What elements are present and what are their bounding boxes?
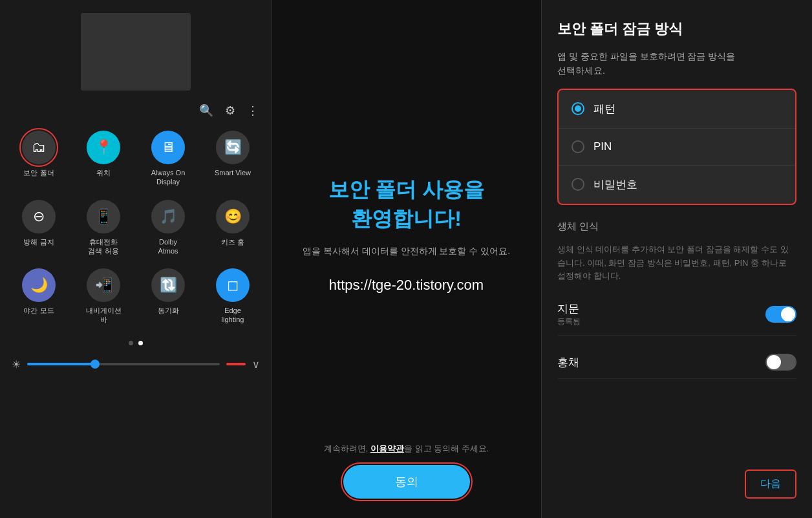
- lock-type-title: 보안 폴더 잠금 방식: [557, 19, 796, 39]
- terms-link[interactable]: 이용약관: [370, 444, 404, 453]
- quick-item-dnd[interactable]: ⊖ 방해 금지: [10, 200, 68, 256]
- terms-text: 계속하려면, 이용약관을 읽고 동의해 주세요.: [324, 443, 489, 455]
- lock-option-password[interactable]: 비밀번호: [559, 166, 795, 204]
- iris-title: 홍채: [557, 355, 579, 370]
- brightness-bar[interactable]: [27, 363, 220, 365]
- always-on-icon: 🖥: [151, 131, 185, 164]
- secure-folder-label: 보안 폴더: [23, 168, 54, 177]
- panel-divider: [271, 0, 272, 518]
- quick-item-dolby[interactable]: 🎵 DolbyAtmos: [139, 200, 197, 256]
- quick-item-mobile-search[interactable]: 📱 휴대전화검색 허용: [74, 200, 133, 256]
- panel3-bottom: 다음: [557, 469, 796, 499]
- welcome-bottom: 계속하려면, 이용약관을 읽고 동의해 주세요. 동의: [291, 443, 522, 499]
- biometric-desc: 생체 인식 데이터를 추가하여 보안 폴더 잠금을 해제할 수도 있습니다. 이…: [557, 243, 796, 283]
- search-icon[interactable]: 🔍: [199, 103, 213, 118]
- kids-label: 키즈 홈: [221, 237, 244, 246]
- fingerprint-title: 지문: [557, 301, 581, 316]
- quick-item-sync[interactable]: 🔃 동기화: [139, 268, 197, 325]
- bio-row-iris: 홍채: [557, 346, 796, 379]
- lock-option-pin[interactable]: PIN: [559, 129, 795, 166]
- mobile-search-label: 휴대전화검색 허용: [88, 237, 118, 256]
- url-watermark: https://tge-20.tistory.com: [329, 277, 484, 294]
- secure-folder-icon: 🗂: [22, 131, 56, 164]
- quick-item-edge[interactable]: ◻ Edgelighting: [204, 268, 262, 325]
- page-dots: [0, 341, 272, 345]
- panel-quick-settings: 🔍 ⚙ ⋮ 🗂 보안 폴더 📍 위치 🖥 Always OnDisplay 🔄 …: [0, 0, 272, 518]
- dot-1: [129, 341, 133, 345]
- location-icon: 📍: [87, 131, 120, 164]
- panel-secure-folder-welcome: 보안 폴더 사용을환영합니다! 앱을 복사해서 데이터를 안전하게 보호할 수 …: [272, 0, 542, 518]
- navigation-icon: 📲: [87, 268, 120, 302]
- lock-pattern-label: 패턴: [593, 102, 615, 116]
- quick-item-secure-folder[interactable]: 🗂 보안 폴더: [10, 131, 68, 187]
- iris-info: 홍채: [557, 355, 579, 370]
- iris-toggle[interactable]: [765, 354, 796, 371]
- lock-options-list: 패턴 PIN 비밀번호: [557, 89, 796, 205]
- location-label: 위치: [96, 168, 111, 177]
- chevron-down-icon[interactable]: ∨: [252, 358, 260, 371]
- welcome-title: 보안 폴더 사용을환영합니다!: [328, 175, 485, 233]
- top-thumbnail: [81, 13, 191, 91]
- quick-item-kids[interactable]: 😊 키즈 홈: [204, 200, 262, 256]
- panel-lock-type: 보안 폴더 잠금 방식 앱 및 중요한 파일을 보호하려면 잠금 방식을선택하세…: [542, 0, 812, 518]
- dnd-icon: ⊖: [22, 200, 56, 233]
- brightness-thumb[interactable]: [91, 360, 100, 369]
- dot-2: [138, 341, 143, 345]
- edge-lighting-icon: ◻: [216, 268, 250, 302]
- top-icon-row: 🔍 ⚙ ⋮: [0, 97, 272, 124]
- mobile-search-icon: 📱: [87, 200, 120, 233]
- dolby-icon: 🎵: [151, 200, 185, 233]
- next-button[interactable]: 다음: [745, 469, 796, 499]
- edge-label: Edgelighting: [222, 306, 244, 325]
- lock-password-label: 비밀번호: [593, 177, 637, 192]
- welcome-content: 보안 폴더 사용을환영합니다! 앱을 복사해서 데이터를 안전하게 보호할 수 …: [303, 26, 510, 443]
- fingerprint-sub: 등록됨: [557, 316, 581, 327]
- agree-button[interactable]: 동의: [343, 465, 470, 499]
- dnd-label: 방해 금지: [23, 237, 54, 246]
- fingerprint-toggle-thumb: [781, 307, 795, 321]
- radio-password: [572, 178, 584, 191]
- quick-item-night[interactable]: 🌙 야간 모드: [10, 268, 68, 325]
- always-on-label: Always OnDisplay: [151, 168, 186, 187]
- kids-icon: 😊: [216, 200, 250, 233]
- radio-pin: [572, 140, 584, 153]
- terms-suffix: 을 읽고 동의해 주세요.: [404, 444, 489, 453]
- radio-pattern: [572, 102, 584, 115]
- brightness-min-icon: ☀: [12, 358, 21, 371]
- welcome-subtitle: 앱을 복사해서 데이터를 안전하게 보호할 수 있어요.: [303, 246, 510, 257]
- night-mode-icon: 🌙: [22, 268, 56, 302]
- quick-item-smart-view[interactable]: 🔄 Smart View: [204, 131, 262, 187]
- smart-view-icon: 🔄: [216, 131, 250, 164]
- settings-icon[interactable]: ⚙: [225, 103, 235, 118]
- dolby-label: DolbyAtmos: [158, 237, 178, 256]
- sync-label: 동기화: [158, 306, 179, 315]
- quick-settings-grid: 🗂 보안 폴더 📍 위치 🖥 Always OnDisplay 🔄 Smart …: [0, 124, 272, 331]
- nav-label: 내비게이션바: [86, 306, 122, 325]
- quick-item-nav[interactable]: 📲 내비게이션바: [74, 268, 133, 325]
- brightness-fill: [27, 363, 94, 365]
- biometric-section-title: 생체 인식: [557, 221, 796, 233]
- lock-option-pattern[interactable]: 패턴: [559, 90, 795, 129]
- iris-toggle-thumb: [767, 355, 781, 369]
- bio-row-fingerprint: 지문 등록됨: [557, 294, 796, 336]
- brightness-control[interactable]: ☀ ∨: [0, 351, 272, 378]
- sync-icon: 🔃: [151, 268, 185, 302]
- fingerprint-toggle[interactable]: [765, 306, 796, 323]
- quick-item-location[interactable]: 📍 위치: [74, 131, 133, 187]
- radio-pattern-inner: [575, 105, 581, 112]
- smart-view-label: Smart View: [215, 168, 251, 177]
- brightness-end-indicator: [226, 363, 246, 365]
- fingerprint-info: 지문 등록됨: [557, 301, 581, 327]
- lock-pin-label: PIN: [593, 140, 612, 153]
- quick-item-always-on[interactable]: 🖥 Always OnDisplay: [139, 131, 197, 187]
- night-label: 야간 모드: [23, 306, 54, 315]
- more-icon[interactable]: ⋮: [247, 103, 259, 118]
- terms-prefix: 계속하려면,: [324, 444, 370, 453]
- lock-type-desc: 앱 및 중요한 파일을 보호하려면 잠금 방식을선택하세요.: [557, 49, 796, 78]
